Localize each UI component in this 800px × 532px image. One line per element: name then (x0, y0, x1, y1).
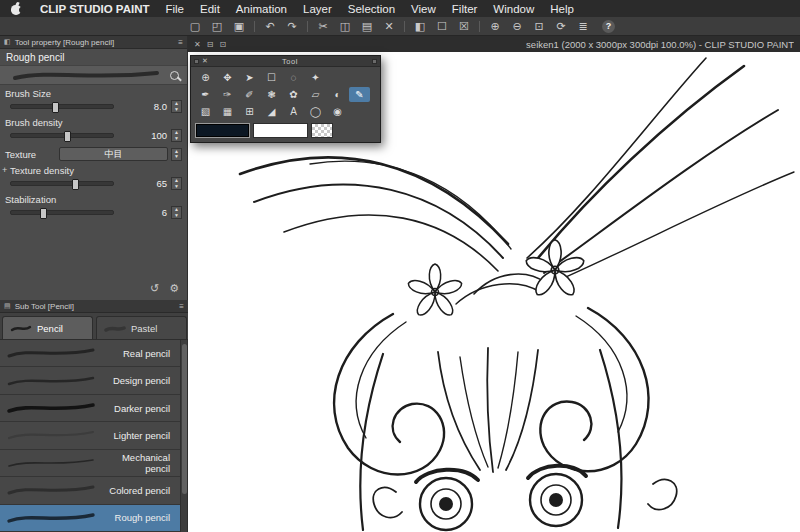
panel-menu-icon[interactable]: ≡ (178, 38, 183, 47)
blend-tool[interactable]: ◐ (327, 87, 348, 102)
menu-view[interactable]: View (411, 3, 436, 15)
pencil-tool[interactable]: ✎ (349, 87, 370, 102)
zoom-in-icon[interactable]: ⊕ (488, 18, 502, 35)
reset-settings-icon[interactable]: ↺ (150, 282, 159, 295)
float-window-icon[interactable]: ⊟ (207, 40, 214, 49)
undo-icon[interactable]: ↶ (263, 18, 277, 35)
texture-stepper[interactable]: ▲▼ (171, 148, 182, 161)
apple-menu-icon[interactable] (11, 2, 22, 15)
slider-handle[interactable] (52, 102, 59, 113)
slider-handle[interactable] (64, 131, 71, 142)
menu-dot-icon[interactable] (372, 59, 377, 64)
line-correction-tool[interactable]: ◢ (261, 104, 282, 119)
decoration-tool[interactable]: ✿ (283, 87, 304, 102)
menu-help[interactable]: Help (550, 3, 574, 15)
fill-icon[interactable]: ◧ (413, 18, 427, 35)
tool-property-footer: ↺ ⚙ (150, 282, 179, 295)
stabilization-slider[interactable] (10, 210, 114, 215)
tool-palette-titlebar[interactable]: ✕ Tool (191, 56, 380, 67)
list-item-design-pencil[interactable]: Design pencil (0, 367, 181, 394)
panel-menu-icon[interactable]: ≡ (179, 302, 184, 311)
airbrush-tool[interactable]: ❃ (261, 87, 282, 102)
menu-layer[interactable]: Layer (303, 3, 332, 15)
texture-dropdown[interactable]: 中目 (59, 147, 168, 161)
new-document-icon[interactable]: ▢ (188, 18, 202, 35)
stabilization-stepper[interactable]: ▲▼ (171, 206, 182, 219)
clear-icon[interactable]: ✕ (382, 18, 396, 35)
selection-tool[interactable]: ☐ (261, 70, 282, 85)
list-item-mechanical-pencil[interactable]: Mechanical pencil (0, 450, 181, 477)
redo-icon[interactable]: ↷ (285, 18, 299, 35)
main-color-swatch[interactable] (195, 123, 250, 138)
dock-icon[interactable] (194, 59, 199, 64)
toolbar-separator (307, 21, 308, 32)
brush-size-stepper[interactable]: ▲▼ (171, 100, 182, 113)
zoom-tool[interactable]: ⊕ (195, 70, 216, 85)
transparent-color-swatch[interactable] (311, 123, 333, 138)
magic-wand-tool[interactable]: ✦ (305, 70, 326, 85)
preview-zoom-icon[interactable] (170, 71, 179, 80)
figure-tool[interactable]: ◯ (305, 104, 326, 119)
brush-density-value[interactable]: 100 (114, 130, 171, 141)
list-item-rough-pencil[interactable]: Rough pencil (0, 505, 181, 532)
eyedropper-tool[interactable]: ◉ (327, 104, 348, 119)
texture-density-slider[interactable] (10, 181, 114, 186)
app-menu[interactable]: CLIP STUDIO PAINT (40, 3, 149, 15)
list-item-darker-pencil[interactable]: Darker pencil (0, 395, 181, 422)
deselect-icon[interactable]: ☒ (457, 18, 471, 35)
list-item-lighter-pencil[interactable]: Lighter pencil (0, 422, 181, 449)
list-item-real-pencil[interactable]: Real pencil (0, 340, 181, 367)
brush-density-slider[interactable] (10, 133, 114, 138)
gradient-tool[interactable]: ▧ (195, 104, 216, 119)
menu-selection[interactable]: Selection (348, 3, 395, 15)
snap-icon[interactable]: ≣ (576, 18, 590, 35)
menu-animation[interactable]: Animation (236, 3, 287, 15)
close-icon[interactable]: ✕ (202, 57, 208, 65)
scrollbar-thumb[interactable] (182, 344, 187, 494)
texture-density-stepper[interactable]: ▲▼ (171, 177, 182, 190)
expand-icon[interactable]: + (2, 165, 10, 176)
stabilization-value[interactable]: 6 (114, 207, 171, 218)
brush-size-value[interactable]: 8.0 (114, 101, 171, 112)
move-tool[interactable]: ✥ (217, 70, 238, 85)
sub-color-swatch[interactable] (253, 123, 308, 138)
cut-icon[interactable]: ✂ (316, 18, 330, 35)
slider-handle[interactable] (40, 208, 47, 219)
menu-file[interactable]: File (165, 3, 184, 15)
eraser-tool[interactable]: ▱ (305, 87, 326, 102)
marker-tool[interactable]: ✒ (195, 87, 216, 102)
brush-density-stepper[interactable]: ▲▼ (171, 129, 182, 142)
maximize-icon[interactable]: ⊡ (219, 40, 226, 49)
color-swatches (191, 120, 380, 142)
paste-icon[interactable]: ▤ (360, 18, 374, 35)
select-rect-icon[interactable]: ☐ (435, 18, 449, 35)
texture-density-label: Texture density (10, 165, 74, 176)
help-icon[interactable]: ? (602, 20, 615, 33)
sub-tool-scrollbar[interactable] (180, 340, 187, 532)
slider-handle[interactable] (72, 179, 79, 190)
pattern-tool[interactable]: ▦ (217, 104, 238, 119)
brush-size-slider[interactable] (10, 104, 114, 109)
rotate-view-icon[interactable]: ⟳ (554, 18, 568, 35)
brush-tool[interactable]: ✐ (239, 87, 260, 102)
fit-to-screen-icon[interactable]: ⊡ (532, 18, 546, 35)
open-file-icon[interactable]: ◰ (210, 18, 224, 35)
text-tool[interactable]: A (283, 104, 304, 119)
menu-filter[interactable]: Filter (452, 3, 478, 15)
list-item-colored-pencil[interactable]: Colored pencil (0, 477, 181, 504)
texture-density-value[interactable]: 65 (114, 178, 171, 189)
tab-pencil[interactable]: Pencil (2, 316, 93, 339)
save-icon[interactable]: ▣ (232, 18, 246, 35)
close-icon[interactable]: ✕ (194, 40, 201, 49)
pen-tool[interactable]: ✑ (217, 87, 238, 102)
operation-tool[interactable]: ➤ (239, 70, 260, 85)
settings-gear-icon[interactable]: ⚙ (169, 282, 179, 295)
frame-border-tool[interactable]: ⊞ (239, 104, 260, 119)
zoom-out-icon[interactable]: ⊖ (510, 18, 524, 35)
menu-edit[interactable]: Edit (200, 3, 220, 15)
copy-icon[interactable]: ◫ (338, 18, 352, 35)
brush-density-control: Brush density 100 ▲▼ (0, 114, 187, 143)
tab-pastel[interactable]: Pastel (96, 316, 187, 339)
lasso-tool[interactable]: ◌ (283, 70, 304, 85)
menu-window[interactable]: Window (493, 3, 534, 15)
